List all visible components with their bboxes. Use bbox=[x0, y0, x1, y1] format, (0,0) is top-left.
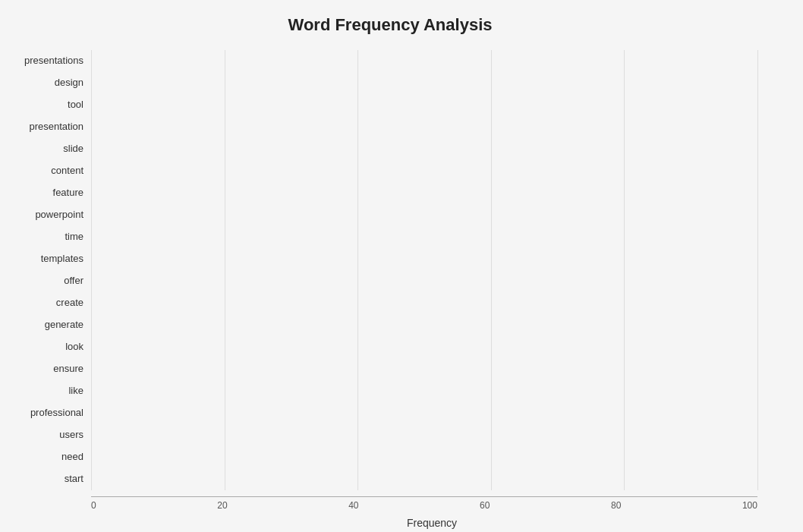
bar-row: time bbox=[8, 226, 773, 247]
bar-label: offer bbox=[8, 275, 91, 286]
x-tick: 20 bbox=[217, 500, 227, 511]
bar-label: look bbox=[8, 341, 91, 352]
bar-row: generate bbox=[8, 314, 773, 335]
x-tick: 100 bbox=[742, 500, 757, 511]
bar-label: presentations bbox=[8, 55, 91, 66]
bar-row: content bbox=[8, 160, 773, 181]
x-tick: 80 bbox=[611, 500, 621, 511]
bar-label: generate bbox=[8, 319, 91, 330]
x-tick: 0 bbox=[91, 500, 96, 511]
x-tick: 40 bbox=[348, 500, 358, 511]
bar-row: start bbox=[8, 468, 773, 489]
bar-row: like bbox=[8, 380, 773, 401]
bar-row: powerpoint bbox=[8, 204, 773, 225]
bar-label: feature bbox=[8, 187, 91, 198]
bar-row: create bbox=[8, 292, 773, 313]
chart-title: Word Frequency Analysis bbox=[8, 15, 773, 35]
x-axis-label: Frequency bbox=[8, 517, 773, 529]
bar-row: presentation bbox=[8, 116, 773, 137]
bar-row: templates bbox=[8, 248, 773, 269]
x-axis: 020406080100 bbox=[8, 496, 773, 511]
bar-label: time bbox=[8, 231, 91, 242]
bar-label: powerpoint bbox=[8, 209, 91, 220]
bar-label: need bbox=[8, 451, 91, 462]
bar-row: feature bbox=[8, 182, 773, 203]
bars-area: presentationsdesigntoolpresentationslide… bbox=[8, 50, 773, 490]
bar-label: content bbox=[8, 165, 91, 176]
bar-label: design bbox=[8, 77, 91, 88]
bar-row: need bbox=[8, 446, 773, 467]
bar-label: like bbox=[8, 385, 91, 396]
bar-label: presentation bbox=[8, 121, 91, 132]
bar-label: ensure bbox=[8, 363, 91, 374]
bar-row: offer bbox=[8, 270, 773, 291]
bar-row: ensure bbox=[8, 358, 773, 379]
bar-row: users bbox=[8, 424, 773, 445]
bar-label: tool bbox=[8, 99, 91, 110]
bar-row: professional bbox=[8, 402, 773, 423]
bar-label: users bbox=[8, 429, 91, 440]
bar-row: design bbox=[8, 72, 773, 93]
bar-row: presentations bbox=[8, 50, 773, 71]
bar-label: start bbox=[8, 473, 91, 484]
bar-row: look bbox=[8, 336, 773, 357]
bar-label: create bbox=[8, 297, 91, 308]
bar-row: tool bbox=[8, 94, 773, 115]
x-tick: 60 bbox=[480, 500, 490, 511]
bar-label: templates bbox=[8, 253, 91, 264]
bar-row: slide bbox=[8, 138, 773, 159]
chart-container: Word Frequency Analysis presentationsdes… bbox=[0, 0, 803, 532]
bar-label: slide bbox=[8, 143, 91, 154]
bar-label: professional bbox=[8, 407, 91, 418]
